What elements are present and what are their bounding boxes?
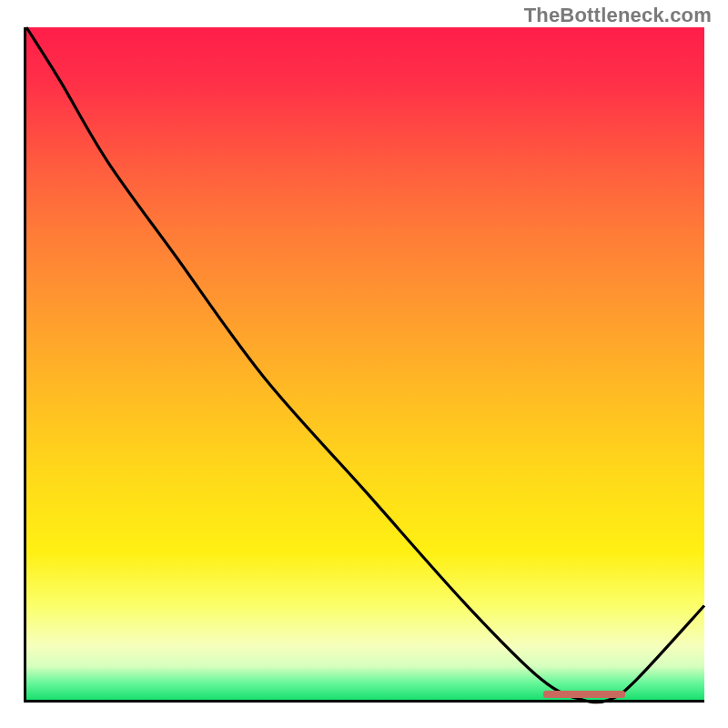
watermark-text: TheBottleneck.com xyxy=(524,4,712,27)
optimal-range-marker xyxy=(543,691,625,698)
chart-line-series xyxy=(26,27,704,700)
bottleneck-curve-path xyxy=(26,27,704,703)
chart-plot-area xyxy=(24,27,704,703)
